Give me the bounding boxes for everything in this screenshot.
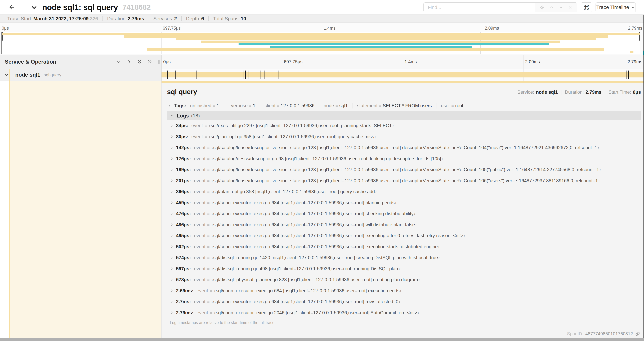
tag-equals [276,103,280,109]
trace-info-item: Trace Start March 31 2022, 17:25:09.326 [3,16,102,21]
tag-item[interactable]: node sql1 [324,103,353,109]
trace-info-value: 2.79ms [128,16,144,22]
log-expand-chevron-icon[interactable] [170,256,174,260]
log-expand-chevron-icon[interactable] [170,212,174,216]
find-next-icon[interactable] [558,5,564,10]
log-field-name: event [194,178,206,183]
log-message: sql/catalog/lease/descriptor_version_sta… [212,178,600,183]
locate-icon[interactable] [540,5,545,10]
log-expand-chevron-icon[interactable] [170,146,174,150]
log-entry-row[interactable]: 142μs event sql/catalog/lease/descriptor… [167,142,641,153]
log-field-name: event [194,266,206,271]
logs-label: Logs [177,113,189,119]
log-expand-chevron-icon[interactable] [170,179,174,183]
log-expand-chevron-icon[interactable] [170,124,174,128]
log-entry-row[interactable]: 597μs event sql/distsql_running.go:498 [… [167,263,641,274]
log-expand-chevron-icon[interactable] [170,135,174,139]
log-entry-row[interactable]: 34μs event sql/exec_util.go:2297 [nsql1,… [167,120,641,131]
scrollbar-thumb[interactable] [642,51,644,55]
minimap-span-bar [147,48,604,51]
log-equals [206,244,212,249]
span-service-name[interactable]: node sql1 [15,72,40,78]
log-entry-row[interactable]: 366μs event sql/plan_opt.go:358 [nsql1,c… [167,186,641,197]
log-entry-row[interactable]: 495μs event sql/conn_executor_exec.go:68… [167,230,641,241]
logs-count: (18) [191,113,200,119]
log-equals [206,211,212,216]
tag-equals [334,103,339,109]
log-entry-row[interactable]: 201μs event sql/catalog/lease/descriptor… [167,175,641,186]
tag-item[interactable]: statement SELECT * FROM users [357,103,436,109]
tag-item[interactable]: user root [441,103,468,109]
span-row: node sql1 sql query [0,69,644,81]
log-expand-chevron-icon[interactable] [170,201,174,205]
tag-item[interactable]: client 127.0.0.1:59936 [264,103,319,109]
find-input[interactable] [424,3,535,12]
detail-row-duration-bar[interactable] [162,81,644,83]
log-entry-row[interactable]: 678μs event sql/distsql_physical_planner… [167,274,641,285]
tag-item[interactable]: _unfinished 1 [188,103,224,109]
log-entry-row[interactable]: 459μs event sql/conn_executor_exec.go:68… [167,197,641,208]
log-expand-chevron-icon[interactable] [170,300,174,304]
minimap-span-bar [270,46,472,48]
log-expand-chevron-icon[interactable] [170,267,174,271]
log-expand-chevron-icon[interactable] [170,168,174,172]
log-timestamp: 476μs [176,211,191,216]
deep-link-icon[interactable] [635,331,640,336]
log-expand-chevron-icon[interactable] [170,157,174,161]
log-entry-row[interactable]: 2.79ms event sql/conn_executor_exec.go:2… [167,307,641,318]
tags-expand-chevron-icon[interactable] [167,103,172,108]
log-event-tick [194,71,194,79]
timeline-header-ticks: 0μs697.75μs1.4ms2.09ms2.79ms [162,55,644,69]
log-timestamp: 80μs [176,134,188,140]
log-entry-row[interactable]: 176μs event sql/catalog/descs/descriptor… [167,153,641,164]
span-collapse-chevron-icon[interactable] [4,72,9,78]
log-entry-row[interactable]: 80μs event sql/plan_opt.go:358 [nsql1,cl… [167,131,641,142]
log-expand-chevron-icon[interactable] [170,289,174,293]
tag-item[interactable]: _verbose 1 [228,103,260,109]
log-entry-row[interactable]: 574μs event sql/distsql_running.go:1420 … [167,252,641,263]
collapse-all-icon[interactable] [137,59,142,65]
log-entry-row[interactable]: 189μs event sql/catalog/lease/descriptor… [167,164,641,175]
span-row-name-cell[interactable]: node sql1 sql query [0,69,162,81]
log-expand-chevron-icon[interactable] [170,234,174,238]
timeline-tick-label: 697.75μs [284,59,302,65]
log-entry-row[interactable]: 476μs event sql/conn_executor_exec.go:68… [167,208,641,219]
timeline-tick-label: 2.79ms [628,26,642,31]
view-selector-button[interactable]: Trace Timeline [596,3,636,12]
start-time-label: Start Time: [608,90,631,95]
log-timestamp: 34μs [176,123,188,128]
logs-section-header[interactable]: Logs (18) [167,111,641,120]
minimap-span-bar [2,33,640,35]
log-event-tick [192,71,192,79]
log-event-tick [225,71,225,79]
log-expand-chevron-icon[interactable] [170,245,174,249]
collapse-trace-chevron-icon[interactable] [30,4,38,11]
log-expand-chevron-icon[interactable] [170,190,174,194]
log-entry-row[interactable]: 2.69ms event sql/conn_executor_exec.go:6… [167,285,641,296]
expand-all-icon[interactable] [147,59,153,65]
keyboard-shortcuts-button[interactable]: ⌘ [581,3,592,12]
timeline-tick-label: 0μs [163,59,170,65]
column-resizer-handle[interactable] [158,60,160,64]
log-expand-chevron-icon[interactable] [170,223,174,227]
log-event-tick [248,71,248,79]
log-entry-row[interactable]: 502μs event sql/conn_executor_exec.go:68… [167,241,641,252]
log-timestamp: 678μs [176,277,191,282]
find-prev-icon[interactable] [549,5,554,10]
log-event-tick [628,71,628,79]
log-equals [206,255,212,260]
log-expand-chevron-icon[interactable] [170,311,174,315]
tag-value: 1 [216,103,219,109]
logs-note: Log timestamps are relative to the start… [167,318,641,329]
log-entry-row[interactable]: 2.7ms event sql/conn_executor_exec.go:68… [167,296,641,307]
log-equals [206,145,212,150]
minimap-canvas[interactable] [2,32,640,54]
log-expand-chevron-icon[interactable] [170,278,174,282]
tags-row[interactable]: Tags: _unfinished 1 _verbose 1 client 12… [167,100,641,111]
collapse-one-icon[interactable] [116,59,122,65]
log-field-name: event [194,222,206,227]
log-entry-row[interactable]: 486μs event sql/conn_executor_exec.go:68… [167,219,641,230]
expand-one-icon[interactable] [126,59,132,65]
back-button[interactable] [0,0,24,14]
clear-find-icon[interactable] [568,5,572,10]
